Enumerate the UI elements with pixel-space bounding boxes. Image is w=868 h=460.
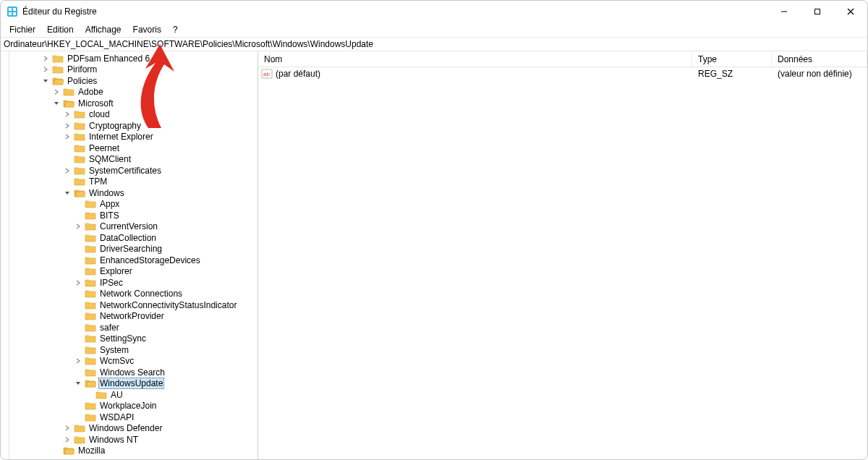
- menu-item-affichage[interactable]: Affichage: [80, 23, 127, 36]
- tree-panel[interactable]: PDFsam Enhanced 6PiriformPoliciesAdobeMi…: [9, 51, 258, 459]
- tree-item[interactable]: System: [9, 344, 258, 356]
- menu-item-fichier[interactable]: Fichier: [4, 23, 41, 36]
- tree-item[interactable]: Explorer: [9, 266, 258, 278]
- chevron-right-icon[interactable]: [75, 279, 85, 286]
- value-row[interactable]: ab(par défaut)REG_SZ(valeur non définie): [258, 67, 867, 80]
- maximize-button[interactable]: [801, 1, 834, 22]
- folder-icon: [85, 345, 96, 355]
- svg-rect-2: [13, 8, 16, 11]
- tree-item[interactable]: Windows Search: [9, 367, 258, 378]
- menu-item-edition[interactable]: Edition: [41, 23, 80, 36]
- menu-item-favoris[interactable]: Favoris: [127, 23, 167, 36]
- chevron-right-icon[interactable]: [64, 167, 74, 174]
- folder-icon: [74, 143, 85, 153]
- folder-icon: [85, 300, 96, 310]
- svg-rect-6: [815, 9, 820, 14]
- folder-icon: [74, 176, 85, 187]
- folder-icon: [52, 54, 64, 64]
- tree-item[interactable]: WSDAPI: [9, 412, 258, 423]
- values-panel: Nom Type Données ab(par défaut)REG_SZ(va…: [258, 51, 867, 459]
- tree-item[interactable]: DriverSearching: [9, 244, 258, 255]
- tree-item[interactable]: DataCollection: [9, 232, 258, 244]
- tree-item[interactable]: IPSec: [9, 277, 258, 289]
- folder-icon: [85, 412, 96, 422]
- folder-icon: [74, 121, 85, 131]
- tree-item[interactable]: Cryptography: [9, 120, 258, 132]
- address-bar[interactable]: Ordinateur\HKEY_LOCAL_MACHINE\SOFTWARE\P…: [1, 37, 867, 51]
- folder-icon: [85, 378, 96, 388]
- folder-icon: [85, 278, 96, 288]
- chevron-right-icon[interactable]: [64, 122, 74, 129]
- tree-item[interactable]: Adobe: [9, 87, 258, 98]
- value-name: (par défaut): [276, 69, 320, 79]
- chevron-down-icon[interactable]: [42, 77, 52, 85]
- chevron-right-icon[interactable]: [75, 223, 85, 230]
- menu-item-help[interactable]: ?: [167, 23, 184, 36]
- tree-item[interactable]: Peernet: [9, 142, 258, 154]
- tree-item[interactable]: NetworkConnectivityStatusIndicator: [9, 299, 258, 311]
- tree-item[interactable]: Appx: [9, 199, 258, 210]
- chevron-down-icon[interactable]: [64, 189, 74, 197]
- chevron-right-icon[interactable]: [42, 55, 52, 62]
- tree-item[interactable]: WindowsUpdate: [9, 378, 258, 390]
- tree-item-label: PDFsam Enhanced 6: [66, 54, 151, 64]
- folder-icon: [63, 87, 75, 97]
- tree-item-label: Peernet: [88, 143, 121, 153]
- chevron-right-icon[interactable]: [64, 133, 74, 140]
- tree-item-label: Explorer: [98, 266, 134, 276]
- tree-item[interactable]: WorkplaceJoin: [9, 401, 258, 412]
- title-bar: Éditeur du Registre: [1, 1, 867, 22]
- tree-item[interactable]: safer: [9, 322, 258, 333]
- chevron-right-icon[interactable]: [75, 357, 85, 365]
- tree-item-label: WindowsUpdate: [98, 378, 164, 389]
- tree-item[interactable]: SettingSync: [9, 333, 258, 345]
- tree-item-label: SettingSync: [98, 333, 148, 344]
- tree-item[interactable]: Policies: [9, 75, 258, 87]
- tree-item[interactable]: BITS: [9, 210, 258, 221]
- folder-icon: [85, 199, 96, 209]
- tree-item-label: SQMClient: [88, 154, 132, 164]
- tree-item[interactable]: cloud: [9, 109, 258, 121]
- tree-item[interactable]: SystemCertificates: [9, 165, 258, 176]
- header-type[interactable]: Type: [692, 52, 772, 67]
- tree-item[interactable]: Mozilla: [9, 446, 258, 457]
- tree-item[interactable]: AU: [9, 389, 258, 401]
- tree-item-label: Windows Search: [98, 367, 166, 378]
- tree-item[interactable]: NetworkProvider: [9, 311, 258, 323]
- svg-rect-3: [9, 12, 12, 15]
- chevron-down-icon[interactable]: [75, 380, 85, 387]
- tree-item[interactable]: EnhancedStorageDevices: [9, 255, 258, 266]
- tree-item[interactable]: TPM: [9, 176, 258, 188]
- folder-icon: [74, 166, 85, 176]
- tree-item-label: BITS: [98, 210, 121, 221]
- header-data[interactable]: Données: [772, 52, 867, 67]
- close-button[interactable]: [834, 1, 867, 22]
- minimize-button[interactable]: [767, 1, 801, 22]
- tree-item[interactable]: Windows Defender: [9, 423, 258, 435]
- tree-item[interactable]: Piriform: [9, 64, 258, 76]
- chevron-right-icon[interactable]: [64, 111, 74, 118]
- header-name[interactable]: Nom: [258, 52, 692, 67]
- folder-icon: [74, 132, 85, 142]
- tree-item[interactable]: Microsoft: [9, 98, 258, 109]
- chevron-right-icon[interactable]: [53, 88, 63, 95]
- tree-item-label: WcmSvc: [98, 356, 135, 366]
- folder-icon: [85, 221, 96, 231]
- tree-item-label: NetworkProvider: [98, 311, 166, 321]
- chevron-right-icon[interactable]: [64, 425, 74, 432]
- tree-item[interactable]: Windows NT: [9, 434, 258, 446]
- tree-item[interactable]: Network Connections: [9, 289, 258, 300]
- folder-icon: [85, 401, 96, 411]
- chevron-right-icon[interactable]: [64, 436, 74, 443]
- tree-item[interactable]: SQMClient: [9, 154, 258, 166]
- chevron-down-icon[interactable]: [53, 100, 63, 107]
- tree-item[interactable]: Internet Explorer: [9, 132, 258, 143]
- tree-item[interactable]: WcmSvc: [9, 356, 258, 367]
- tree-item[interactable]: CurrentVersion: [9, 221, 258, 233]
- tree-item[interactable]: PDFsam Enhanced 6: [9, 53, 258, 64]
- tree-item-label: Windows Defender: [88, 423, 163, 433]
- folder-icon: [74, 154, 85, 164]
- folder-icon: [85, 233, 96, 243]
- chevron-right-icon[interactable]: [42, 66, 52, 73]
- tree-item[interactable]: Windows: [9, 187, 258, 199]
